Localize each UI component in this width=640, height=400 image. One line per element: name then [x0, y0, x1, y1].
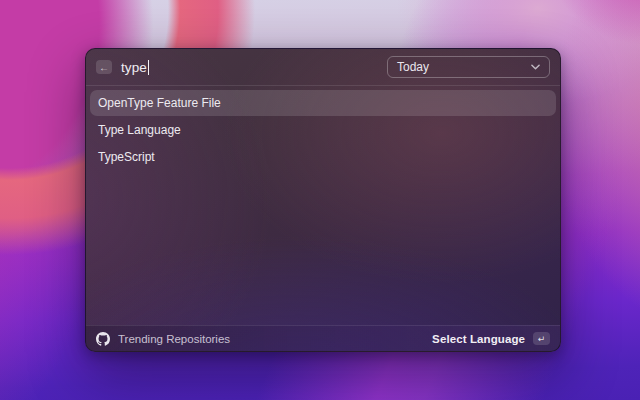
result-row-type-language[interactable]: Type Language	[90, 117, 556, 143]
time-range-dropdown[interactable]: Today	[387, 56, 550, 78]
result-row-opentype-feature-file[interactable]: OpenType Feature File	[90, 90, 556, 116]
github-icon	[96, 332, 110, 346]
result-label: OpenType Feature File	[98, 96, 221, 110]
text-caret	[148, 60, 150, 75]
back-arrow-icon: ←	[99, 61, 109, 74]
result-row-typescript[interactable]: TypeScript	[90, 144, 556, 170]
results-list: OpenType Feature File Type Language Type…	[86, 86, 560, 170]
select-language-action[interactable]: Select Language	[432, 333, 525, 345]
chevron-down-icon	[531, 64, 540, 70]
search-bar: ← type Today	[86, 49, 560, 85]
enter-key-icon[interactable]: ↵	[533, 332, 550, 345]
footer-app-title: Trending Repositories	[118, 333, 230, 345]
launcher-window: ← type Today OpenType Feature File Type …	[85, 48, 561, 352]
back-button[interactable]: ←	[96, 60, 112, 74]
search-input-value: type	[121, 60, 147, 75]
result-label: Type Language	[98, 123, 181, 137]
footer-bar: Trending Repositories Select Language ↵	[86, 325, 560, 351]
result-label: TypeScript	[98, 150, 155, 164]
search-input[interactable]: type	[121, 60, 149, 75]
time-range-selected: Today	[397, 60, 429, 74]
